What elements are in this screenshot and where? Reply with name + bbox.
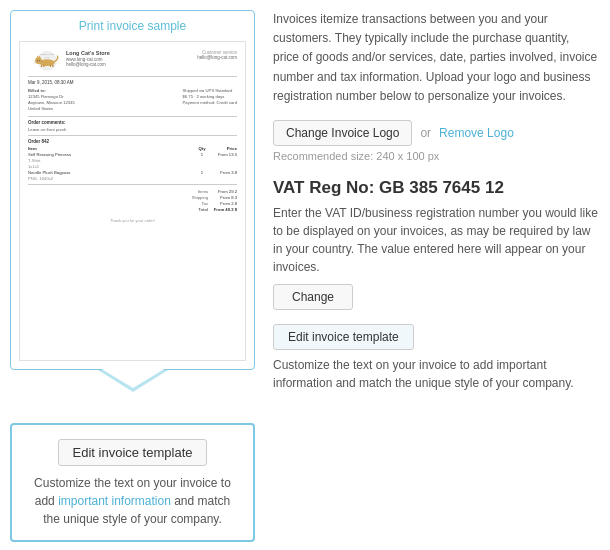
- divider-4: [28, 184, 237, 185]
- total-tax-row: Tax From 2.8: [28, 201, 237, 206]
- address-country: United States: [28, 106, 75, 112]
- remove-logo-link[interactable]: Remove Logo: [439, 126, 514, 140]
- shipping-info: Shipped via UPS Standard $6.75 · 2 worki…: [183, 88, 237, 112]
- item-row-5: PNG, 1040x2: [28, 176, 237, 181]
- edit-template-button[interactable]: Edit invoice template: [273, 324, 414, 350]
- vat-desc: Enter the VAT ID/business registration n…: [273, 204, 598, 276]
- item-header-qty: Qty: [192, 146, 212, 151]
- total-value: From 40.3 $: [212, 207, 237, 212]
- shipping-value: From 8.3: [212, 195, 237, 200]
- change-logo-button[interactable]: Change Invoice Logo: [273, 120, 412, 146]
- tax-label: Tax: [201, 201, 208, 206]
- item-row-2: T-Shirt: [28, 158, 237, 163]
- customer-service-block: Customer service hello@long-cat.com: [197, 50, 237, 60]
- item-row-3: 1x1x1: [28, 164, 237, 169]
- address-ship-row: Billed to: 12345 Flamingo Dr Anytown, Mi…: [28, 88, 237, 112]
- logo-section: Change Invoice Logo or Remove Logo Recom…: [273, 120, 598, 162]
- item-1-price: From 13.5: [212, 152, 237, 157]
- vat-change-button[interactable]: Change: [273, 284, 353, 310]
- leave-note: Leave on front porch: [28, 127, 237, 132]
- totals-section: Items From 29.2 Shipping From 8.3 Tax Fr…: [28, 189, 237, 212]
- or-text: or: [420, 126, 431, 140]
- shipping-cost-label: Shipping: [192, 195, 208, 200]
- svg-rect-15: [52, 65, 53, 67]
- total-shipping-row: Shipping From 8.3: [28, 195, 237, 200]
- edit-template-desc: Customize the text on your invoice to ad…: [273, 356, 598, 392]
- item-4-name: Noodle Plush Bagpuss: [28, 170, 192, 175]
- logo-buttons-row: Change Invoice Logo or Remove Logo: [273, 120, 598, 146]
- items-label: Items: [198, 189, 208, 194]
- items-value: From 29.2: [212, 189, 237, 194]
- svg-rect-13: [43, 65, 44, 67]
- shipping-label: Shipped via UPS Standard: [183, 88, 237, 94]
- total-grand-row: Total From 40.3 $: [28, 207, 237, 212]
- svg-point-2: [35, 57, 42, 64]
- highlight-word: important information: [58, 494, 171, 508]
- tax-value: From 2.8: [212, 201, 237, 206]
- store-info: Long Cat's Store www.long-cat.com hello@…: [66, 50, 110, 67]
- invoice-sample-box: Print invoice sample: [10, 10, 255, 370]
- billing-address: Billed to: 12345 Flamingo Dr Anytown, Mi…: [28, 88, 75, 112]
- customer-service-email: hello@long-cat.com: [197, 55, 237, 60]
- invoice-date: Mar 9, 2015, 08:30 AM: [28, 80, 74, 85]
- svg-rect-12: [41, 65, 42, 67]
- right-panel: Invoices itemize transactions between yo…: [265, 0, 610, 550]
- item-3-name: 1x1x1: [28, 164, 237, 169]
- edit-template-section: Edit invoice template Customize the text…: [273, 324, 598, 392]
- item-1-qty: 1: [192, 152, 212, 157]
- highlight-box: Edit invoice template Customize the text…: [10, 423, 255, 542]
- vat-title: VAT Reg No: GB 385 7645 12: [273, 178, 598, 198]
- thank-you-message: Thank you for your order!: [28, 218, 237, 223]
- divider-3: [28, 135, 237, 136]
- divider-1: [28, 76, 237, 77]
- item-header-name: Item: [28, 146, 192, 151]
- svg-point-5: [37, 60, 38, 61]
- recommended-size-text: Recommended size: 240 x 100 px: [273, 150, 598, 162]
- triangle-inner: [100, 368, 166, 388]
- svg-text:LONG CAT'S: LONG CAT'S: [40, 53, 54, 56]
- left-panel: Print invoice sample: [0, 0, 265, 550]
- item-header: Item Qty Price: [28, 146, 237, 151]
- intro-text: Invoices itemize transactions between yo…: [273, 10, 598, 106]
- store-email: hello@long-cat.com: [66, 62, 110, 67]
- divider-2: [28, 116, 237, 117]
- invoice-logo-area: LONG CAT'S STORE Long Cat's Store www.lo…: [28, 50, 237, 72]
- item-header-price: Price: [212, 146, 237, 151]
- item-4-price: From 3.8: [212, 170, 237, 175]
- payment-method: Payment method: Credit card: [183, 100, 237, 106]
- item-1-name: Self Rescuing Princess: [28, 152, 192, 157]
- item-5-name: PNG, 1040x2: [28, 176, 237, 181]
- highlight-edit-template-button[interactable]: Edit invoice template: [58, 439, 208, 466]
- svg-text:STORE: STORE: [44, 57, 49, 58]
- item-row-1: Self Rescuing Princess 1 From 13.5: [28, 152, 237, 157]
- svg-rect-14: [50, 65, 51, 67]
- invoice-paper: LONG CAT'S STORE Long Cat's Store www.lo…: [19, 41, 246, 361]
- address-city: Anytown, Missouri 12345: [28, 100, 75, 106]
- item-2-name: T-Shirt: [28, 158, 237, 163]
- invoice-date-row: Mar 9, 2015, 08:30 AM: [28, 80, 237, 85]
- order-number: Order 842: [28, 139, 237, 144]
- cat-logo: LONG CAT'S STORE: [28, 50, 66, 72]
- order-comments-label: Order comments:: [28, 120, 237, 125]
- total-items-row: Items From 29.2: [28, 189, 237, 194]
- total-label: Total: [198, 207, 208, 212]
- item-4-qty: 1: [192, 170, 212, 175]
- store-name: Long Cat's Store: [66, 50, 110, 57]
- svg-point-6: [39, 60, 40, 61]
- highlight-desc-text: Customize the text on your invoice to ad…: [28, 474, 237, 528]
- invoice-sample-title: Print invoice sample: [19, 19, 246, 33]
- main-layout: Print invoice sample: [0, 0, 610, 550]
- item-row-4: Noodle Plush Bagpuss 1 From 3.8: [28, 170, 237, 175]
- vat-section: VAT Reg No: GB 385 7645 12 Enter the VAT…: [273, 178, 598, 310]
